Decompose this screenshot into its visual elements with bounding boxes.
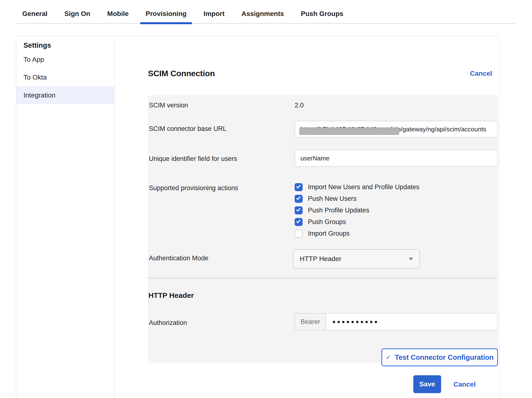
- checkmark-icon: [296, 219, 300, 223]
- scim-form: SCIM version 2.0 SCIM connector base URL…: [148, 95, 498, 363]
- tab-push-groups[interactable]: Push Groups: [301, 10, 343, 24]
- sidebar-item-to-app[interactable]: To App: [16, 51, 114, 68]
- test-connector-label: Test Connector Configuration: [395, 353, 494, 361]
- app-tabbar: General Sign On Mobile Provisioning Impo…: [22, 10, 343, 24]
- checkbox-label: Push Profile Updates: [308, 206, 369, 214]
- heading-row: SCIM Connection Cancel: [148, 69, 498, 78]
- checkbox-import-groups[interactable]: [295, 230, 303, 238]
- checkbox-label: Push New Users: [308, 195, 357, 203]
- auth-mode-label: Authentication Mode: [149, 255, 208, 262]
- unique-id-value: userName: [295, 155, 329, 162]
- section-divider: [148, 278, 498, 278]
- authorization-token-input[interactable]: ●●●●●●●●●●: [326, 314, 379, 330]
- checkbox-row: Import Groups: [295, 229, 350, 238]
- page: General Sign On Mobile Provisioning Impo…: [0, 0, 532, 398]
- check-icon: ✓: [386, 354, 391, 361]
- tab-assignments[interactable]: Assignments: [241, 10, 284, 24]
- checkbox-push-new-users[interactable]: [295, 195, 303, 203]
- checkbox-row: Push Groups: [295, 218, 346, 226]
- cancel-link-top[interactable]: Cancel: [470, 70, 492, 77]
- bearer-prefix: Bearer: [295, 314, 326, 330]
- base-url-label: SCIM connector base URL: [149, 125, 226, 133]
- scim-version-label: SCIM version: [149, 102, 188, 109]
- sidebar-header: Settings: [16, 40, 114, 51]
- provisioning-actions-label: Supported provisioning actions: [149, 184, 238, 192]
- test-connector-configuration-button[interactable]: ✓ Test Connector Configuration: [381, 348, 498, 366]
- auth-mode-dropdown[interactable]: HTTP Header: [293, 249, 420, 269]
- page-title: SCIM Connection: [148, 69, 215, 78]
- provisioning-panel: Settings To App To Okta Integration SCIM…: [16, 36, 500, 398]
- checkbox-push-groups[interactable]: [295, 218, 303, 226]
- unique-id-label: Unique identifier field for users: [149, 155, 237, 163]
- settings-sidebar: Settings To App To Okta Integration: [16, 36, 114, 398]
- cancel-button-bottom[interactable]: Cancel: [453, 381, 476, 388]
- authorization-label: Authorization: [149, 319, 187, 327]
- checkbox-import-new-users[interactable]: [295, 183, 303, 191]
- content-area: SCIM Connection Cancel SCIM version 2.0 …: [132, 36, 498, 398]
- redaction-bar: [299, 128, 399, 135]
- save-button[interactable]: Save: [413, 375, 441, 393]
- checkmark-icon: [296, 184, 300, 188]
- tab-provisioning[interactable]: Provisioning: [146, 10, 187, 24]
- checkbox-push-profile-updates[interactable]: [295, 206, 303, 214]
- tab-mobile[interactable]: Mobile: [107, 10, 129, 24]
- checkbox-label: Import New Users and Profile Updates: [308, 183, 419, 191]
- checkmark-icon: [296, 195, 300, 200]
- tab-import[interactable]: Import: [204, 10, 225, 24]
- unique-id-input[interactable]: userName: [295, 150, 498, 167]
- checkbox-row: Push New Users: [295, 195, 357, 203]
- sidebar-item-to-okta[interactable]: To Okta: [16, 68, 114, 86]
- checkbox-row: Push Profile Updates: [295, 206, 369, 214]
- authorization-input-group: Bearer ●●●●●●●●●●: [295, 313, 498, 330]
- auth-mode-value: HTTP Header: [293, 255, 341, 263]
- scim-version-value: 2.0: [295, 102, 304, 109]
- checkbox-label: Push Groups: [308, 218, 346, 226]
- http-header-section-title: HTTP Header: [148, 291, 194, 300]
- sidebar-item-integration[interactable]: Integration: [16, 86, 114, 104]
- checkmark-icon: [296, 207, 300, 211]
- checkbox-row: Import New Users and Profile Updates: [295, 183, 419, 191]
- chevron-down-icon: [409, 258, 413, 261]
- checkbox-label: Import Groups: [308, 229, 350, 238]
- base-url-input[interactable]: https://b5bd-195-19-67-148.ngrok.io/gate…: [295, 121, 498, 138]
- tab-sign-on[interactable]: Sign On: [64, 10, 90, 24]
- tab-general[interactable]: General: [22, 10, 47, 24]
